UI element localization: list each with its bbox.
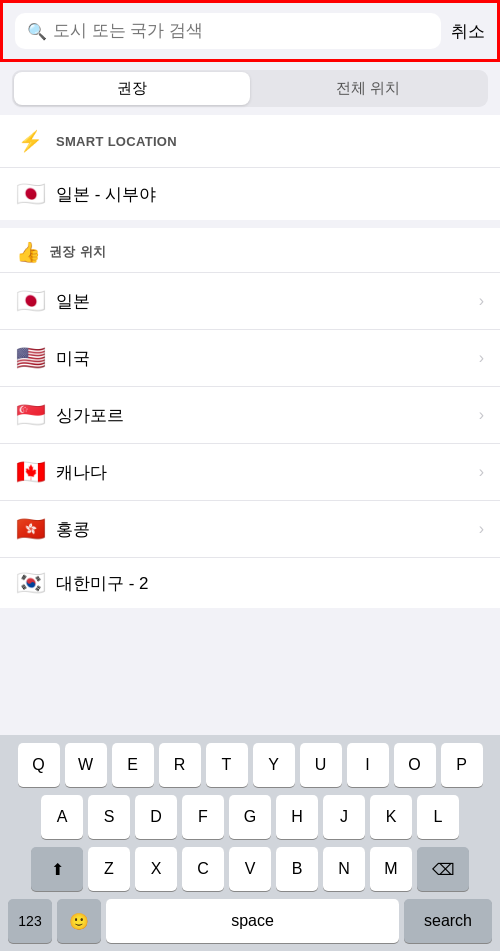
key-f[interactable]: F: [182, 795, 224, 839]
search-bar-container[interactable]: 🔍: [15, 13, 441, 49]
emoji-key[interactable]: 🙂: [57, 899, 101, 943]
canada-flag: 🇨🇦: [16, 458, 44, 486]
japan-flag-smart: 🇯🇵: [16, 180, 44, 208]
cancel-button[interactable]: 취소: [451, 20, 485, 43]
korea-flag: 🇰🇷: [16, 569, 44, 597]
key-h[interactable]: H: [276, 795, 318, 839]
recommended-title: 권장 위치: [49, 243, 106, 261]
chevron-icon: ›: [479, 349, 484, 367]
list-item-hongkong[interactable]: 🇭🇰 홍콩 ›: [0, 501, 500, 558]
keyboard-row-2: A S D F G H J K L: [4, 795, 496, 839]
japan-label: 일본: [56, 290, 467, 313]
key-e[interactable]: E: [112, 743, 154, 787]
key-i[interactable]: I: [347, 743, 389, 787]
smart-location-header: ⚡ SMART LOCATION: [0, 115, 500, 168]
smart-location-section: ⚡ SMART LOCATION 🇯🇵 일본 - 시부야: [0, 115, 500, 228]
keyboard-row-3: ⬆ Z X C V B N M ⌫: [4, 847, 496, 891]
key-l[interactable]: L: [417, 795, 459, 839]
smart-location-current[interactable]: 🇯🇵 일본 - 시부야: [0, 168, 500, 228]
list-item-canada[interactable]: 🇨🇦 캐나다 ›: [0, 444, 500, 501]
tab-recommended[interactable]: 권장: [14, 72, 250, 105]
korea-label: 대한미구 - 2: [56, 572, 484, 595]
keyboard-row-1: Q W E R T Y U I O P: [4, 743, 496, 787]
key-w[interactable]: W: [65, 743, 107, 787]
key-r[interactable]: R: [159, 743, 201, 787]
usa-flag: 🇺🇸: [16, 344, 44, 372]
key-a[interactable]: A: [41, 795, 83, 839]
search-icon: 🔍: [27, 22, 47, 41]
tab-all-locations[interactable]: 전체 위치: [250, 72, 486, 105]
chevron-icon: ›: [479, 520, 484, 538]
hongkong-flag: 🇭🇰: [16, 515, 44, 543]
chevron-icon: ›: [479, 406, 484, 424]
chevron-icon: ›: [479, 463, 484, 481]
thumbs-up-icon: 👍: [16, 240, 41, 264]
space-key[interactable]: space: [106, 899, 399, 943]
key-o[interactable]: O: [394, 743, 436, 787]
key-u[interactable]: U: [300, 743, 342, 787]
key-d[interactable]: D: [135, 795, 177, 839]
keyboard: Q W E R T Y U I O P A S D F G H J K L ⬆ …: [0, 735, 500, 951]
key-m[interactable]: M: [370, 847, 412, 891]
key-v[interactable]: V: [229, 847, 271, 891]
search-input[interactable]: [53, 21, 429, 41]
bolt-icon: ⚡: [16, 129, 44, 153]
key-x[interactable]: X: [135, 847, 177, 891]
search-header: 🔍 취소: [0, 0, 500, 62]
list-item-singapore[interactable]: 🇸🇬 싱가포르 ›: [0, 387, 500, 444]
backspace-key[interactable]: ⌫: [417, 847, 469, 891]
key-y[interactable]: Y: [253, 743, 295, 787]
keyboard-bottom-row: 123 🙂 space search: [4, 899, 496, 943]
list-item-usa[interactable]: 🇺🇸 미국 ›: [0, 330, 500, 387]
chevron-icon: ›: [479, 292, 484, 310]
key-g[interactable]: G: [229, 795, 271, 839]
key-c[interactable]: C: [182, 847, 224, 891]
shift-key[interactable]: ⬆: [31, 847, 83, 891]
numbers-key[interactable]: 123: [8, 899, 52, 943]
canada-label: 캐나다: [56, 461, 467, 484]
smart-location-label: 일본 - 시부야: [56, 183, 484, 206]
singapore-label: 싱가포르: [56, 404, 467, 427]
tab-bar: 권장 전체 위치: [12, 70, 488, 107]
search-key[interactable]: search: [404, 899, 492, 943]
key-b[interactable]: B: [276, 847, 318, 891]
recommended-section: 👍 권장 위치 🇯🇵 일본 › 🇺🇸 미국 › 🇸🇬 싱가포르 › 🇨🇦 캐나다…: [0, 228, 500, 608]
key-j[interactable]: J: [323, 795, 365, 839]
key-s[interactable]: S: [88, 795, 130, 839]
singapore-flag: 🇸🇬: [16, 401, 44, 429]
key-t[interactable]: T: [206, 743, 248, 787]
key-z[interactable]: Z: [88, 847, 130, 891]
list-item-japan[interactable]: 🇯🇵 일본 ›: [0, 273, 500, 330]
key-n[interactable]: N: [323, 847, 365, 891]
usa-label: 미국: [56, 347, 467, 370]
smart-location-title: SMART LOCATION: [56, 134, 177, 149]
key-q[interactable]: Q: [18, 743, 60, 787]
recommended-header: 👍 권장 위치: [0, 228, 500, 273]
key-k[interactable]: K: [370, 795, 412, 839]
list-item-korea-partial[interactable]: 🇰🇷 대한미구 - 2: [0, 558, 500, 608]
japan-flag: 🇯🇵: [16, 287, 44, 315]
key-p[interactable]: P: [441, 743, 483, 787]
hongkong-label: 홍콩: [56, 518, 467, 541]
